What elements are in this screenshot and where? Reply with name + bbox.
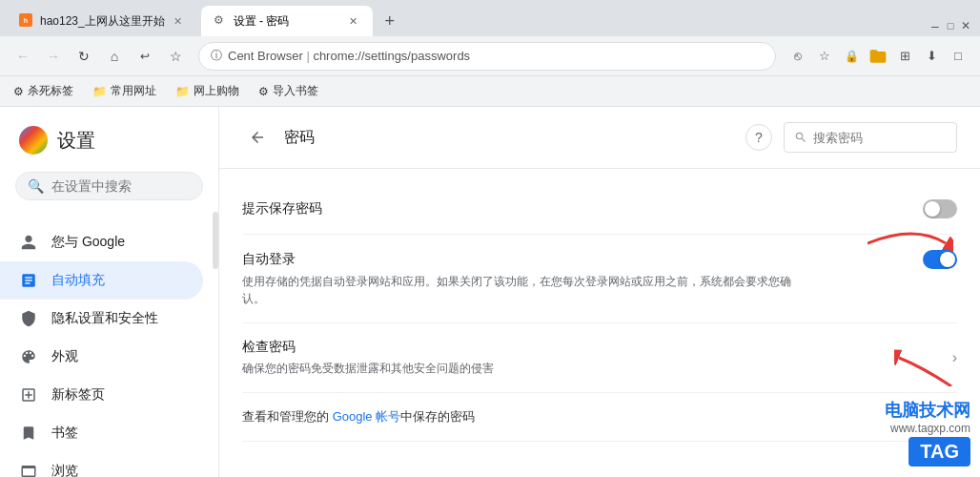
bookmarks-bar: ⚙ 杀死标签 📁 常用网址 📁 网上购物 ⚙ 导入书签 [0, 76, 980, 107]
address-bar: ← → ↻ ⌂ ↩ ☆ ⓘ Cent Browser | chrome://se… [0, 36, 980, 76]
help-icon: ? [755, 130, 763, 145]
tab-settings[interactable]: ⚙ 设置 - 密码 ✕ [201, 6, 373, 36]
settings-title: 设置 [57, 128, 95, 154]
password-search-box[interactable] [784, 122, 957, 153]
password-search-input[interactable] [813, 131, 947, 145]
settings-content: 密码 ? [219, 107, 980, 477]
reload-button[interactable]: ↻ [71, 43, 97, 70]
save-passwords-header: 提示保存密码 [242, 199, 957, 218]
passwords-header: 密码 ? [219, 107, 980, 169]
browser-icon [19, 462, 38, 477]
download-icon[interactable]: ⬇ [919, 44, 944, 69]
back-button[interactable]: ← [10, 43, 36, 70]
minimize-button[interactable]: – [929, 19, 942, 32]
lock-icon: ⓘ [211, 48, 222, 64]
window-controls: – □ ✕ [929, 19, 972, 36]
sidebar-label-bookmarks: 书签 [51, 425, 78, 442]
close-button[interactable]: ✕ [959, 19, 972, 32]
save-passwords-row: 提示保存密码 [242, 184, 957, 235]
bookmark-kill-tabs[interactable]: ⚙ 杀死标签 [8, 81, 79, 101]
kill-tabs-icon: ⚙ [13, 85, 24, 98]
google-account-link[interactable]: Google 帐号 [333, 409, 401, 424]
passwords-title: 密码 [284, 128, 734, 148]
passwords-body: 提示保存密码 [219, 169, 980, 457]
search-icon: 🔍 [28, 178, 44, 194]
tab-close-hao123[interactable]: ✕ [171, 13, 186, 29]
sidebar-nav: 您与 Google 自动填充 隐私设置和安全性 [0, 216, 218, 477]
shopping-label: 网上购物 [194, 83, 239, 99]
google-account-text: 查看和管理您的 Google 帐号中保存的密码 [242, 409, 475, 424]
help-button[interactable]: ? [745, 124, 772, 151]
auto-login-toggle-thumb [940, 252, 955, 267]
shopping-icon: 📁 [175, 85, 190, 98]
check-passwords-arrow[interactable]: › [952, 349, 957, 366]
sidebar-item-bookmarks[interactable]: 书签 [0, 414, 218, 452]
forward-button[interactable]: → [40, 43, 67, 70]
save-passwords-label: 提示保存密码 [242, 200, 322, 218]
import-label: 导入书签 [273, 83, 318, 99]
sidebar-item-autofill[interactable]: 自动填充 [0, 261, 203, 300]
bookmark-common-sites[interactable]: 📁 常用网址 [87, 81, 162, 101]
settings-logo [19, 126, 48, 155]
settings-search-box[interactable]: 🔍 [15, 172, 203, 200]
tab-hao123[interactable]: h hao123_上网从这里开始 ✕ [8, 6, 197, 36]
sidebar-label-privacy: 隐私设置和安全性 [51, 310, 158, 327]
common-sites-icon: 📁 [92, 85, 107, 98]
toolbar-right: ⎋ ☆ 🔒 ⊞ ⬇ □ [786, 44, 970, 69]
passwords-page: 密码 ? [219, 107, 980, 457]
import-icon: ⚙ [258, 85, 269, 98]
save-passwords-toggle-thumb [925, 201, 940, 217]
folder-icon[interactable] [866, 44, 890, 69]
auto-login-row: 自动登录 使用存储的凭据自动登录网站和应用。如果关闭了该功能，在您每次登录网站或… [242, 235, 957, 323]
settings-sidebar: 设置 🔍 您与 Google 自动填充 [0, 107, 219, 477]
tab-title-hao123: hao123_上网从这里开始 [40, 13, 165, 30]
settings-header: 设置 [0, 107, 218, 164]
extensions-icon[interactable]: ⊞ [892, 44, 917, 69]
bookmark-icon[interactable]: ☆ [812, 44, 837, 69]
tab-title-settings: 设置 - 密码 [234, 13, 340, 30]
sidebar-item-google[interactable]: 您与 Google [0, 223, 218, 261]
hao123-favicon: h [19, 13, 34, 29]
url-bar[interactable]: ⓘ Cent Browser | chrome://settings/passw… [198, 42, 776, 71]
sidebar-label-newtab: 新标签页 [51, 386, 105, 404]
sidebar-item-newtab[interactable]: 新标签页 [0, 376, 218, 414]
sidebar-label-appearance: 外观 [51, 348, 78, 365]
profile-icon[interactable]: 🔒 [839, 44, 864, 69]
tab-bar: h hao123_上网从这里开始 ✕ ⚙ 设置 - 密码 ✕ + – □ ✕ [0, 0, 980, 36]
newtab-icon [19, 385, 38, 404]
passwords-back-button[interactable] [242, 122, 273, 153]
bookmark-shopping[interactable]: 📁 网上购物 [170, 81, 245, 101]
browser-frame: h hao123_上网从这里开始 ✕ ⚙ 设置 - 密码 ✕ + – □ ✕ ←… [0, 0, 980, 477]
tab-close-settings[interactable]: ✕ [346, 13, 361, 29]
save-passwords-toggle[interactable] [923, 199, 957, 218]
person-icon [19, 233, 38, 252]
star-button[interactable]: ☆ [162, 43, 189, 70]
sidebar-item-appearance[interactable]: 外观 [0, 338, 218, 376]
common-sites-label: 常用网址 [111, 83, 156, 99]
auto-login-label: 自动登录 [242, 251, 296, 268]
bookmark-import[interactable]: ⚙ 导入书签 [253, 81, 324, 101]
menu-icon[interactable]: □ [946, 44, 970, 69]
sidebar-label-autofill: 自动填充 [51, 272, 105, 289]
new-tab-button[interactable]: + [377, 8, 403, 34]
autofill-icon [19, 271, 38, 290]
undo-button[interactable]: ↩ [132, 43, 158, 70]
sidebar-item-privacy[interactable]: 隐私设置和安全性 [0, 300, 218, 338]
google-account-row: 查看和管理您的 Google 帐号中保存的密码 [242, 393, 957, 442]
check-passwords-content: 检查密码 确保您的密码免受数据泄露和其他安全问题的侵害 › [242, 339, 957, 377]
palette-icon [19, 347, 38, 366]
settings-search-input[interactable] [51, 178, 191, 194]
check-passwords-label: 检查密码 [242, 339, 494, 356]
auto-login-header: 自动登录 [242, 250, 957, 269]
passwords-header-actions: ? [745, 122, 957, 153]
home-button[interactable]: ⌂ [101, 43, 128, 70]
maximize-button[interactable]: □ [944, 19, 957, 32]
sidebar-item-browser[interactable]: 浏览 [0, 452, 218, 477]
share-icon[interactable]: ⎋ [786, 44, 810, 69]
kill-tabs-label: 杀死标签 [28, 83, 73, 99]
auto-login-toggle[interactable] [923, 250, 957, 269]
check-passwords-desc: 确保您的密码免受数据泄露和其他安全问题的侵害 [242, 360, 494, 377]
auto-login-desc: 使用存储的凭据自动登录网站和应用。如果关闭了该功能，在您每次登录网站或应用之前，… [242, 273, 795, 307]
password-search-icon [794, 131, 807, 144]
main-content: 设置 🔍 您与 Google 自动填充 [0, 107, 980, 477]
